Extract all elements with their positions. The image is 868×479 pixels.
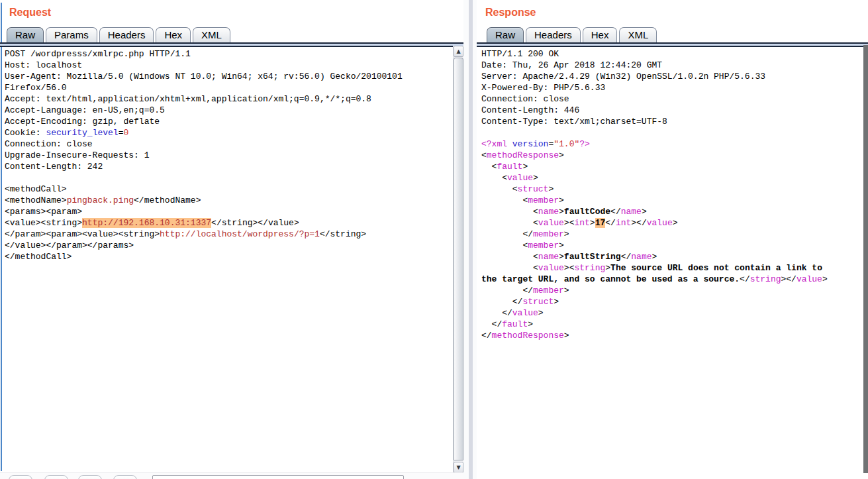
request-editor[interactable]: POST /wordpresss/xmlrpc.php HTTP/1.1Host… (5, 47, 452, 472)
code-line: HTTP/1.1 200 OK (481, 48, 864, 60)
tab-params[interactable]: Params (46, 27, 97, 42)
editor-toolbar-button[interactable] (113, 475, 137, 479)
editor-toolbar-button[interactable] (78, 475, 102, 479)
code-line: <params><param> (5, 206, 452, 217)
code-line: Cookie: security_level=0 (5, 127, 452, 138)
request-tab-row: RawParamsHeadersHexXML (7, 27, 232, 42)
scrollbar-up-button[interactable]: ▲ (454, 46, 463, 57)
code-line: Accept: text/html,application/xhtml+xml,… (5, 93, 452, 105)
code-line: Content-Length: 242 (5, 161, 452, 172)
code-line: User-Agent: Mozilla/5.0 (Windows NT 10.0… (5, 71, 452, 82)
code-line (481, 127, 864, 138)
code-line: Date: Thu, 26 Apr 2018 12:44:20 GMT (481, 60, 864, 71)
tab-groove (477, 42, 868, 47)
code-line: Host: localhost (5, 60, 452, 71)
scrollbar-down-button[interactable]: ▼ (454, 462, 463, 473)
response-tab-row: RawHeadersHexXML (487, 27, 659, 42)
tab-groove (0, 42, 464, 47)
editor-toolbar-button[interactable] (44, 475, 68, 479)
divider-strip (469, 0, 473, 479)
code-line: <methodResponse> (481, 150, 864, 161)
code-line: Upgrade-Insecure-Requests: 1 (5, 150, 452, 161)
request-focus-border (1, 3, 2, 471)
tab-raw[interactable]: Raw (7, 27, 44, 42)
code-line: </value> (481, 307, 864, 319)
tab-hex[interactable]: Hex (156, 27, 191, 42)
code-line: </param><param><value><string>http://loc… (5, 229, 452, 240)
code-line: X-Powered-By: PHP/5.6.33 (481, 82, 864, 93)
code-line: </methodCall> (5, 251, 452, 262)
code-line: <struct> (481, 184, 864, 195)
code-line: <fault> (481, 161, 864, 172)
code-line: <name>faultString</name> (481, 251, 864, 262)
code-line: <name>faultCode</name> (481, 206, 864, 217)
request-scrollbar-track[interactable]: ▲ ▼ (453, 46, 464, 473)
code-line: Connection: close (481, 93, 864, 105)
code-line: Content-Type: text/xml;charset=UTF-8 (481, 116, 864, 127)
request-panel: Request RawParamsHeadersHexXML POST /wor… (0, 0, 464, 479)
tab-headers[interactable]: Headers (99, 27, 154, 42)
split-pane-divider[interactable] (463, 0, 477, 479)
code-line: Accept-Language: en-US,en;q=0.5 (5, 105, 452, 116)
code-line: <methodName>pingback.ping</methodName> (5, 195, 452, 206)
request-title: Request (9, 7, 51, 19)
code-line: POST /wordpresss/xmlrpc.php HTTP/1.1 (5, 48, 452, 60)
response-scrollbar[interactable] (863, 45, 868, 473)
tab-hex[interactable]: Hex (583, 27, 618, 42)
code-line: Accept-Encoding: gzip, deflate (5, 116, 452, 127)
response-viewer[interactable]: HTTP/1.1 200 OKDate: Thu, 26 Apr 2018 12… (481, 47, 864, 472)
code-line (5, 172, 452, 184)
code-line: Firefox/56.0 (5, 82, 452, 93)
request-editor-toolbar (0, 472, 464, 479)
arrow-down-icon: ▼ (456, 465, 460, 470)
code-line: </member> (481, 229, 864, 240)
response-panel: Response RawHeadersHexXML HTTP/1.1 200 O… (477, 0, 868, 479)
code-line: <value><string>The source URL does not c… (481, 262, 864, 274)
code-line: Server: Apache/2.4.29 (Win32) OpenSSL/1.… (481, 71, 864, 82)
code-line: </member> (481, 285, 864, 296)
request-search-input[interactable] (152, 475, 404, 479)
code-line: <value> (481, 172, 864, 184)
code-line: </struct> (481, 296, 864, 307)
tab-xml[interactable]: XML (193, 27, 230, 42)
code-line: the target URL, and so cannot be used as… (481, 274, 864, 285)
code-line: <?xml version="1.0"?> (481, 138, 864, 150)
scrollbar-thumb[interactable] (454, 58, 463, 460)
code-line: <methodCall> (5, 184, 452, 195)
editor-toolbar-button[interactable] (9, 475, 32, 479)
arrow-up-icon: ▲ (456, 49, 460, 54)
tab-raw[interactable]: Raw (487, 27, 524, 42)
code-line: <value><int>17</int></value> (481, 217, 864, 229)
code-line: </methodResponse> (481, 330, 864, 341)
tab-xml[interactable]: XML (619, 27, 657, 42)
code-line: Content-Length: 446 (481, 105, 864, 116)
code-line: <member> (481, 195, 864, 206)
code-line: <value><string>http://192.168.10.31:1337… (5, 217, 452, 229)
code-line: <member> (481, 240, 864, 251)
response-title: Response (485, 7, 536, 19)
tab-headers[interactable]: Headers (526, 27, 581, 42)
code-line: </fault> (481, 319, 864, 330)
code-line: </value></param></params> (5, 240, 452, 251)
code-line: Connection: close (5, 138, 452, 150)
